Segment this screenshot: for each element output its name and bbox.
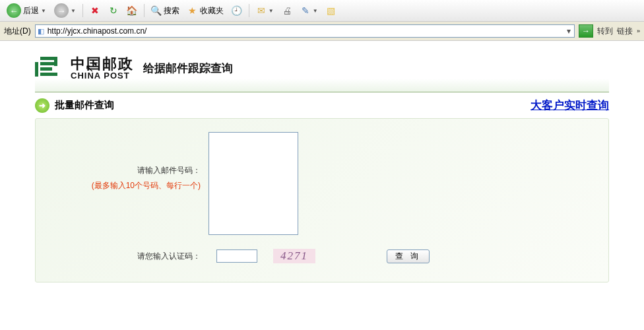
print-button[interactable]: 🖨: [279, 4, 295, 17]
page-content: 中国邮政 CHINA POST 给据邮件跟踪查询 ➜ 批量邮件查询 大客户实时查…: [35, 41, 609, 282]
back-button[interactable]: ← 后退 ▼: [4, 2, 49, 19]
go-label: 转到: [597, 26, 613, 37]
refresh-icon: ↻: [108, 5, 119, 16]
sub-header: ➜ 批量邮件查询 大客户实时查询: [35, 92, 609, 118]
svg-rect-5: [40, 73, 57, 76]
captcha-image[interactable]: 4271: [273, 249, 315, 263]
captcha-label: 请您输入认证码：: [62, 251, 201, 262]
refresh-button[interactable]: ↻: [106, 4, 121, 17]
captcha-input[interactable]: [216, 249, 257, 263]
brand-en: CHINA POST: [71, 71, 134, 81]
messenger-icon: ▧: [326, 5, 337, 16]
mail-label-column: 请输入邮件号码： (最多输入10个号码、每行一个): [62, 165, 201, 191]
mail-button[interactable]: ✉▼: [253, 4, 276, 17]
go-button[interactable]: →: [579, 24, 593, 38]
separator: [249, 4, 249, 17]
favorites-button[interactable]: ★收藏夹: [185, 4, 226, 18]
back-dropdown-icon[interactable]: ▼: [41, 8, 46, 14]
address-input-wrapper: ◧ ▾ ↖: [35, 24, 575, 38]
svg-rect-2: [35, 62, 38, 77]
textarea-wrapper: [209, 132, 298, 237]
brand-cn: 中国邮政: [71, 56, 134, 71]
page-icon: ◧: [36, 27, 46, 36]
mail-number-hint: (最多输入10个号码、每行一个): [62, 180, 201, 191]
links-button[interactable]: 链接: [617, 26, 633, 37]
links-expand-icon[interactable]: »: [637, 28, 640, 34]
mail-number-row: 请输入邮件号码： (最多输入10个号码、每行一个): [62, 132, 582, 237]
url-input[interactable]: [46, 26, 564, 36]
sub-left: ➜ 批量邮件查询: [35, 98, 114, 113]
edit-icon: ✎: [300, 5, 311, 16]
home-icon: 🏠: [127, 5, 137, 16]
captcha-row: 请您输入认证码： 4271 查 询: [62, 249, 582, 263]
home-button[interactable]: 🏠: [124, 4, 140, 17]
mail-icon: ✉: [256, 5, 267, 16]
history-button[interactable]: 🕘: [229, 4, 245, 17]
messenger-button[interactable]: ▧: [323, 4, 339, 17]
forward-icon: →: [54, 3, 69, 18]
query-form: 请输入邮件号码： (最多输入10个号码、每行一个) 请您输入认证码： 4271 …: [35, 118, 609, 282]
stop-button[interactable]: ✖: [87, 4, 103, 17]
svg-rect-3: [54, 57, 57, 66]
logo-text: 中国邮政 CHINA POST: [71, 56, 134, 81]
vip-realtime-link[interactable]: 大客户实时查询: [531, 98, 609, 113]
separator: [82, 4, 83, 17]
edit-button[interactable]: ✎▼: [298, 4, 321, 17]
address-bar: 地址(D) ◧ ▾ ↖ → 转到 链接 »: [0, 22, 644, 41]
back-label: 后退: [23, 5, 39, 16]
search-button[interactable]: 🔍搜索: [148, 4, 182, 18]
search-icon: 🔍: [151, 5, 162, 16]
print-icon: 🖨: [282, 5, 292, 16]
mail-number-input[interactable]: [209, 132, 298, 235]
mail-number-label: 请输入邮件号码：: [62, 165, 201, 176]
address-dropdown-icon[interactable]: ▾: [564, 26, 574, 36]
forward-dropdown-icon[interactable]: ▼: [71, 8, 76, 14]
stop-icon: ✖: [90, 5, 100, 16]
address-label: 地址(D): [4, 26, 31, 37]
history-icon: 🕘: [232, 5, 242, 16]
arrow-right-icon: ➜: [35, 98, 49, 113]
forward-button[interactable]: → ▼: [51, 2, 79, 19]
logo-mark-icon: [35, 54, 65, 82]
china-post-logo: 中国邮政 CHINA POST: [35, 54, 134, 82]
browser-toolbar: ← 后退 ▼ → ▼ ✖ ↻ 🏠 🔍搜索 ★收藏夹 🕘 ✉▼ 🖨 ✎▼ ▧: [0, 0, 644, 22]
star-icon: ★: [187, 5, 198, 16]
batch-query-title: 批量邮件查询: [55, 99, 114, 112]
page-header: 中国邮政 CHINA POST 给据邮件跟踪查询: [35, 48, 609, 92]
page-title: 给据邮件跟踪查询: [143, 61, 233, 76]
back-icon: ←: [7, 3, 21, 18]
separator: [144, 4, 145, 17]
svg-rect-4: [40, 67, 52, 71]
query-button[interactable]: 查 询: [387, 249, 430, 263]
